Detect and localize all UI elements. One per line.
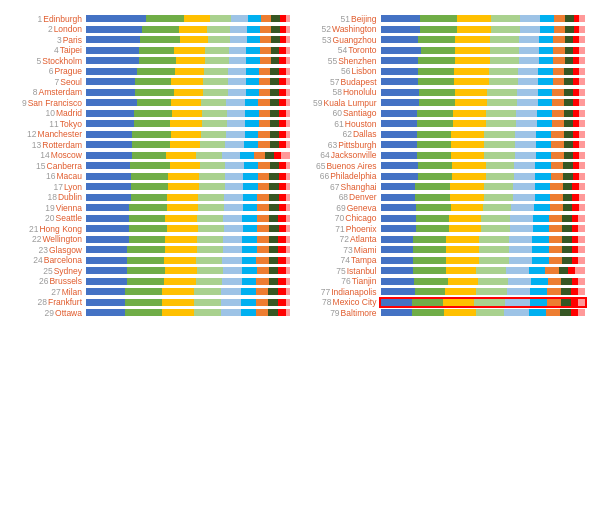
rank-name: 12Manchester: [4, 129, 86, 139]
rank-name: 55Shenzhen: [299, 56, 381, 66]
list-item: 28Frankfurt: [4, 298, 291, 308]
list-item: 56Lisbon: [299, 67, 586, 77]
rank-name: 59Kuala Lumpur: [299, 98, 381, 108]
bar-container: [86, 46, 291, 54]
list-item: 7Seoul: [4, 77, 291, 87]
rank-name: 78Mexico City: [299, 297, 381, 307]
bar-container: [381, 88, 586, 96]
rank-name: 77Indianapolis: [299, 287, 381, 297]
bar-container: [86, 172, 291, 180]
rank-name: 51Beijing: [299, 14, 381, 24]
rank-name: 79Baltimore: [299, 308, 381, 318]
list-item: 53Guangzhou: [299, 35, 586, 45]
list-item: 75Istanbul: [299, 266, 586, 276]
bar-container: [381, 25, 586, 33]
rank-name: 11Tokyo: [4, 119, 86, 129]
rank-name: 65Buenos Aires: [299, 161, 381, 171]
bar-container: [86, 298, 291, 306]
chart-columns: 1Edinburgh2London3Paris4Taipei5Stockholm…: [4, 14, 585, 318]
list-item: 79Baltimore: [299, 308, 586, 318]
bar-container: [381, 57, 586, 65]
rank-name: 67Shanghai: [299, 182, 381, 192]
bar-container: [381, 15, 586, 23]
list-item: 18Dublin: [4, 193, 291, 203]
list-item: 76Tianjin: [299, 277, 586, 287]
list-item: 19Vienna: [4, 203, 291, 213]
rank-name: 24Barcelona: [4, 255, 86, 265]
rank-name: 72Atlanta: [299, 234, 381, 244]
list-item: 8Amsterdam: [4, 88, 291, 98]
list-item: 21Hong Kong: [4, 224, 291, 234]
rank-name: 69Geneva: [299, 203, 381, 213]
list-item: 58Honolulu: [299, 88, 586, 98]
bar-container: [86, 109, 291, 117]
rank-name: 54Toronto: [299, 45, 381, 55]
rank-name: 56Lisbon: [299, 66, 381, 76]
rank-name: 6Prague: [4, 66, 86, 76]
rank-name: 64Jacksonville: [299, 150, 381, 160]
rank-name: 63Pittsburgh: [299, 140, 381, 150]
bar-container: [381, 256, 586, 264]
bar-container: [86, 267, 291, 275]
rank-name: 52Washington: [299, 24, 381, 34]
bar-container: [381, 183, 586, 191]
list-item: 55Shenzhen: [299, 56, 586, 66]
rank-name: 58Honolulu: [299, 87, 381, 97]
bar-container: [381, 225, 586, 233]
list-item: 16Macau: [4, 172, 291, 182]
list-item: 78Mexico City: [299, 298, 586, 308]
rank-name: 10Madrid: [4, 108, 86, 118]
rank-name: 71Phoenix: [299, 224, 381, 234]
bar-container: [86, 130, 291, 138]
list-item: 2London: [4, 25, 291, 35]
list-item: 74Tampa: [299, 256, 586, 266]
rank-name: 62Dallas: [299, 129, 381, 139]
list-item: 29Ottawa: [4, 308, 291, 318]
list-item: 14Moscow: [4, 151, 291, 161]
rank-name: 70Chicago: [299, 213, 381, 223]
bar-container: [381, 214, 586, 222]
bar-container: [381, 277, 586, 285]
list-item: 64Jacksonville: [299, 151, 586, 161]
list-item: 61Houston: [299, 119, 586, 129]
list-item: 15Canberra: [4, 161, 291, 171]
rank-name: 20Seattle: [4, 213, 86, 223]
bar-container: [86, 277, 291, 285]
list-item: 57Budapest: [299, 77, 586, 87]
list-item: 27Milan: [4, 287, 291, 297]
list-item: 12Manchester: [4, 130, 291, 140]
bar-container: [86, 235, 291, 243]
rank-name: 21Hong Kong: [4, 224, 86, 234]
list-item: 26Brussels: [4, 277, 291, 287]
bar-container: [381, 46, 586, 54]
list-item: 20Seattle: [4, 214, 291, 224]
bar-container: [381, 246, 586, 254]
bar-container: [381, 78, 586, 86]
bar-container: [86, 99, 291, 107]
list-item: 77Indianapolis: [299, 287, 586, 297]
list-item: 66Philadelphia: [299, 172, 586, 182]
list-item: 52Washington: [299, 25, 586, 35]
rank-name: 74Tampa: [299, 255, 381, 265]
bar-container: [381, 141, 586, 149]
bar-container: [86, 78, 291, 86]
list-item: 70Chicago: [299, 214, 586, 224]
rank-name: 16Macau: [4, 171, 86, 181]
bar-container: [86, 193, 291, 201]
rank-name: 1Edinburgh: [4, 14, 86, 24]
rank-name: 27Milan: [4, 287, 86, 297]
bar-container: [381, 151, 586, 159]
rank-name: 4Taipei: [4, 45, 86, 55]
list-item: 23Glasgow: [4, 245, 291, 255]
list-item: 6Prague: [4, 67, 291, 77]
bar-container: [86, 141, 291, 149]
rank-name: 66Philadelphia: [299, 171, 381, 181]
list-item: 60Santiago: [299, 109, 586, 119]
rank-name: 19Vienna: [4, 203, 86, 213]
list-item: 67Shanghai: [299, 182, 586, 192]
bar-container: [86, 214, 291, 222]
rank-name: 5Stockholm: [4, 56, 86, 66]
rank-name: 14Moscow: [4, 150, 86, 160]
rank-name: 76Tianjin: [299, 276, 381, 286]
list-item: 69Geneva: [299, 203, 586, 213]
